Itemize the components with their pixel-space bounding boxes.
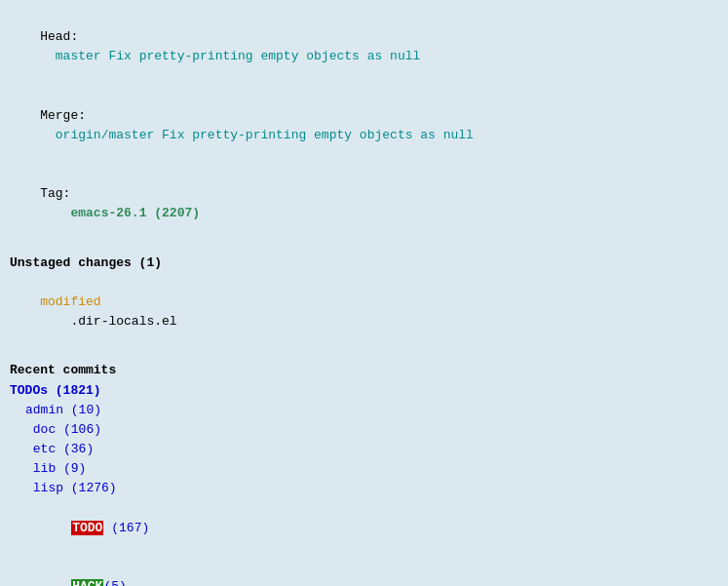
list-item[interactable]: HACK(5)	[10, 558, 718, 586]
head-value: master Fix pretty-printing empty objects…	[40, 49, 420, 63]
list-item[interactable]: lisp (1276)	[10, 479, 718, 498]
list-item[interactable]: lib (9)	[10, 459, 718, 479]
hack-badge: HACK	[71, 579, 103, 586]
merge-value: origin/master Fix pretty-printing empty …	[40, 128, 474, 142]
modified-line: modified .dir-locals.el	[10, 273, 718, 352]
info-section: Head: master Fix pretty-printing empty o…	[10, 8, 718, 244]
tag-label: Tag:	[40, 186, 70, 201]
tag-value: emacs-26.1 (2207)	[40, 206, 200, 220]
todo-badge: TODO	[71, 521, 103, 535]
modified-label: modified	[40, 294, 100, 309]
list-item[interactable]: etc (36)	[10, 440, 718, 459]
merge-label: Merge:	[40, 108, 86, 123]
head-label: Head:	[40, 29, 78, 44]
unstaged-section: Unstaged changes (1) modified .dir-local…	[10, 254, 718, 352]
list-item[interactable]: TODO (167)	[10, 498, 718, 557]
recent-commits-section: Recent commits TODOs (1821) admin (10) d…	[10, 361, 718, 586]
todos-label[interactable]: TODOs (1821)	[10, 381, 718, 401]
list-item[interactable]: doc (106)	[10, 420, 718, 440]
recent-commits-label: Recent commits	[10, 361, 718, 380]
list-item[interactable]: admin (10)	[10, 401, 718, 420]
unstaged-label: Unstaged changes (1)	[10, 254, 718, 273]
modified-file: .dir-locals.el	[40, 314, 176, 329]
